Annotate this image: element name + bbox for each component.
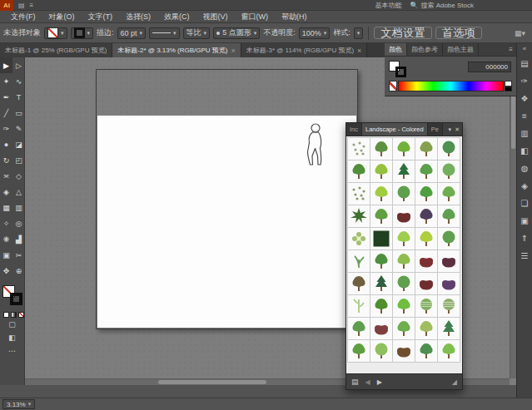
symbol-thumbnail[interactable] [392, 249, 415, 273]
symbol-thumbnail[interactable] [370, 249, 393, 273]
stroke-color-dropdown[interactable] [71, 27, 94, 39]
symbol-thumbnail[interactable] [370, 205, 393, 228]
vertical-scrollbar[interactable] [510, 57, 516, 378]
artboard-tool[interactable]: ▣ [0, 247, 12, 263]
slice-tool[interactable]: ✂ [12, 247, 25, 263]
symbol-thumbnail[interactable] [437, 137, 460, 161]
symbol-thumbnail[interactable] [347, 317, 370, 340]
rectangle-tool[interactable]: ▭ [12, 105, 25, 121]
symbol-thumbnail[interactable] [437, 294, 460, 318]
scale-tool[interactable]: ◰ [12, 152, 25, 168]
symbol-sprayer-tool[interactable]: ❋ [0, 231, 12, 247]
eyedropper-tool[interactable]: ✧ [0, 215, 12, 231]
zoom-level-field[interactable]: 3.13% [2, 399, 35, 409]
panel-close-icon[interactable]: ✕ [455, 126, 460, 133]
document-tab[interactable]: 未标题-3* @ 114% (RGB/GPU 预览)× [241, 43, 368, 57]
collapsed-panel-icon[interactable]: ▣ [518, 212, 532, 230]
direct-selection-tool[interactable]: ▷ [12, 57, 25, 73]
symbol-thumbnail[interactable] [392, 294, 415, 318]
symbol-thumbnail[interactable] [347, 182, 370, 205]
zoom-tool[interactable]: ⊕ [12, 263, 25, 279]
library-tab-active[interactable]: Landscape - Colored [362, 123, 428, 136]
stroke-swatch[interactable] [10, 293, 22, 305]
collapsed-panel-icon[interactable]: ✑ [518, 72, 532, 90]
previous-library-icon[interactable]: ◀ [365, 378, 370, 386]
symbol-thumbnail[interactable] [370, 160, 393, 183]
type-tool[interactable]: T [12, 89, 25, 105]
symbol-thumbnail[interactable] [415, 182, 438, 205]
symbol-thumbnail[interactable] [392, 272, 415, 295]
symbol-thumbnail[interactable] [370, 227, 393, 250]
gradient-mode-button[interactable] [11, 312, 17, 318]
symbol-thumbnail[interactable] [415, 160, 438, 183]
lasso-tool[interactable]: ∿ [12, 73, 25, 89]
symbol-thumbnail[interactable] [347, 339, 370, 363]
symbol-thumbnail[interactable] [415, 339, 438, 363]
next-library-icon[interactable]: ▶ [377, 378, 382, 386]
symbol-thumbnail[interactable] [415, 227, 438, 250]
perspective-grid-tool[interactable]: △ [12, 184, 25, 200]
preferences-button[interactable]: 首选项 [435, 27, 482, 39]
rotate-tool[interactable]: ↻ [0, 152, 12, 168]
library-tab-right[interactable]: Pe [428, 123, 443, 136]
hex-value-field[interactable]: 000000 [468, 62, 511, 72]
collapsed-panel-icon[interactable]: ❖ [518, 90, 532, 107]
symbol-thumbnail[interactable] [347, 137, 370, 161]
titlebar[interactable]: Ai ▤ ≡ 基本功能 🔍搜索 Adobe Stock [0, 0, 532, 11]
brush-definition-dropdown[interactable]: 5 点圆形 [213, 27, 260, 39]
black-swatch[interactable] [505, 86, 512, 92]
symbol-thumbnail[interactable] [370, 339, 393, 363]
symbol-thumbnail[interactable] [392, 160, 415, 183]
shape-builder-tool[interactable]: ◈ [0, 184, 12, 200]
draw-mode-button[interactable]: ▢ [0, 318, 24, 331]
symbol-thumbnail[interactable] [415, 205, 438, 228]
collapsed-panel-icon[interactable]: ◍ [518, 160, 532, 177]
none-mode-button[interactable] [18, 312, 24, 318]
stroke-profile-dropdown[interactable] [149, 27, 180, 39]
panel-menu-icon[interactable]: ≡ [505, 43, 516, 56]
document-setup-button[interactable]: 文档设置 [374, 27, 431, 39]
eraser-tool[interactable]: ◪ [12, 136, 25, 152]
document-tab[interactable]: 未标题-2* @ 3.13% (RGB/GPU 预览)× [112, 43, 241, 57]
symbol-thumbnail[interactable] [347, 294, 370, 318]
collapsed-panel-icon[interactable]: ◈ [518, 177, 532, 195]
menu-item[interactable]: 文件(F) [5, 12, 42, 22]
symbol-thumbnail[interactable] [370, 317, 393, 340]
blend-tool[interactable]: ◎ [12, 215, 25, 231]
symbol-thumbnail[interactable] [437, 227, 460, 250]
symbol-thumbnail[interactable] [392, 317, 415, 340]
resize-grip-icon[interactable]: ◢ [452, 378, 457, 386]
collapsed-panel-icon[interactable]: ☰ [518, 247, 532, 264]
panel-tab[interactable]: 颜色 [385, 43, 407, 56]
pencil-tool[interactable]: ✎ [12, 121, 25, 136]
symbol-thumbnail[interactable] [437, 272, 460, 295]
fill-stroke-controls[interactable] [2, 285, 22, 307]
workspace-switcher[interactable]: 基本功能 [375, 1, 401, 10]
collapsed-panel-icon[interactable]: ▤ [518, 55, 532, 72]
fill-color-dropdown[interactable] [44, 27, 67, 39]
paintbrush-tool[interactable]: ✑ [0, 121, 12, 136]
edit-toolbar-button[interactable]: ⋯ [0, 344, 24, 358]
symbol-thumbnail[interactable] [437, 317, 460, 340]
symbol-thumbnail[interactable] [347, 160, 370, 183]
collapsed-panel-icon[interactable]: ≡ [518, 107, 532, 125]
none-color-swatch[interactable] [389, 81, 397, 91]
blob-brush-tool[interactable]: ● [0, 136, 12, 152]
menu-item[interactable]: 帮助(H) [276, 12, 313, 22]
collapsed-panel-icon[interactable]: ⇑ [518, 230, 532, 247]
document-tab[interactable]: 未标题-1 @ 25% (RGB/GPU 预览) [0, 43, 112, 57]
menu-item[interactable]: 选择(S) [120, 12, 157, 22]
symbol-thumbnail[interactable] [347, 227, 370, 250]
symbol-panel-header[interactable]: Inc Landscape - Colored Pe ▾ ✕ [346, 123, 462, 136]
menu-item[interactable]: 效果(C) [158, 12, 196, 22]
tab-close-icon[interactable]: × [231, 47, 236, 55]
symbol-thumbnail[interactable] [392, 137, 415, 161]
control-panel-menu-icon[interactable]: ▦▾ [515, 29, 525, 37]
symbol-thumbnail[interactable] [415, 294, 438, 318]
symbol-thumbnail[interactable] [370, 294, 393, 318]
symbol-library-panel[interactable]: Inc Landscape - Colored Pe ▾ ✕ ▤ ◀ ▶ ◢ [346, 122, 463, 390]
menu-item[interactable]: 对象(O) [43, 12, 81, 22]
width-profile-dropdown[interactable]: 等比 [183, 27, 211, 39]
symbol-thumbnail[interactable] [437, 249, 460, 273]
color-mode-button[interactable] [3, 312, 9, 318]
